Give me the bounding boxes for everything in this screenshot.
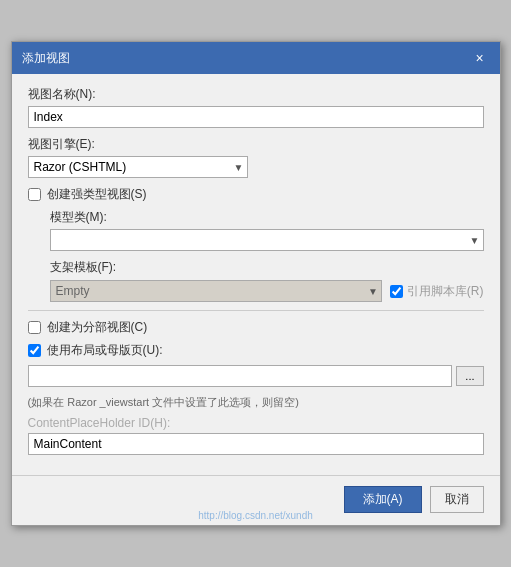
partial-view-row: 创建为分部视图(C): [28, 319, 484, 336]
use-layout-checkbox[interactable]: [28, 344, 41, 357]
browse-button[interactable]: ...: [456, 366, 483, 386]
model-class-select[interactable]: [50, 229, 484, 251]
divider-1: [28, 310, 484, 311]
close-button[interactable]: ×: [470, 48, 490, 68]
content-placeholder-group: ContentPlaceHolder ID(H):: [28, 416, 484, 455]
add-view-dialog: 添加视图 × 视图名称(N): 视图引擎(E): Razor (CSHTML) …: [11, 41, 501, 526]
cancel-button[interactable]: 取消: [430, 486, 484, 513]
view-engine-group: 视图引擎(E): Razor (CSHTML) ASPX ▼: [28, 136, 484, 178]
view-engine-select[interactable]: Razor (CSHTML) ASPX: [28, 156, 248, 178]
ref-scripts-label[interactable]: 引用脚本库(R): [407, 283, 484, 300]
layout-path-input[interactable]: [28, 365, 453, 387]
partial-view-label[interactable]: 创建为分部视图(C): [47, 319, 148, 336]
content-placeholder-label: ContentPlaceHolder ID(H):: [28, 416, 484, 430]
layout-path-group: ...: [28, 365, 484, 387]
scaffold-row: Empty Create Delete Details Edit List ▼ …: [50, 280, 484, 302]
strongly-typed-label[interactable]: 创建强类型视图(S): [47, 186, 147, 203]
dialog-title: 添加视图: [22, 50, 70, 67]
view-name-group: 视图名称(N):: [28, 86, 484, 128]
scaffold-select-wrapper: Empty Create Delete Details Edit List ▼: [50, 280, 382, 302]
view-engine-label: 视图引擎(E):: [28, 136, 484, 153]
scaffold-template-group: 支架模板(F): Empty Create Delete Details Edi…: [50, 259, 484, 302]
strongly-typed-checkbox[interactable]: [28, 188, 41, 201]
model-class-group: 模型类(M): ▼: [50, 209, 484, 251]
content-placeholder-input[interactable]: [28, 433, 484, 455]
add-button[interactable]: 添加(A): [344, 486, 422, 513]
scaffold-template-select[interactable]: Empty Create Delete Details Edit List: [50, 280, 382, 302]
use-layout-row: 使用布局或母版页(U):: [28, 342, 484, 359]
partial-view-checkbox[interactable]: [28, 321, 41, 334]
model-class-label: 模型类(M):: [50, 209, 484, 226]
view-name-input[interactable]: [28, 106, 484, 128]
ref-scripts-row: 引用脚本库(R): [390, 283, 484, 300]
title-bar: 添加视图 ×: [12, 42, 500, 74]
ref-scripts-checkbox[interactable]: [390, 285, 403, 298]
layout-path-row: ...: [28, 365, 484, 387]
strongly-typed-row: 创建强类型视图(S): [28, 186, 484, 203]
indented-section: 模型类(M): ▼ 支架模板(F): Empty Create: [50, 209, 484, 302]
dialog-body: 视图名称(N): 视图引擎(E): Razor (CSHTML) ASPX ▼ …: [12, 74, 500, 475]
view-engine-select-wrapper: Razor (CSHTML) ASPX ▼: [28, 156, 248, 178]
scaffold-template-label: 支架模板(F):: [50, 259, 484, 276]
model-class-select-wrapper: ▼: [50, 229, 484, 251]
hint-text: (如果在 Razor _viewstart 文件中设置了此选项，则留空): [28, 395, 484, 410]
use-layout-label[interactable]: 使用布局或母版页(U):: [47, 342, 163, 359]
dialog-footer: 添加(A) 取消: [12, 475, 500, 525]
view-name-label: 视图名称(N):: [28, 86, 484, 103]
